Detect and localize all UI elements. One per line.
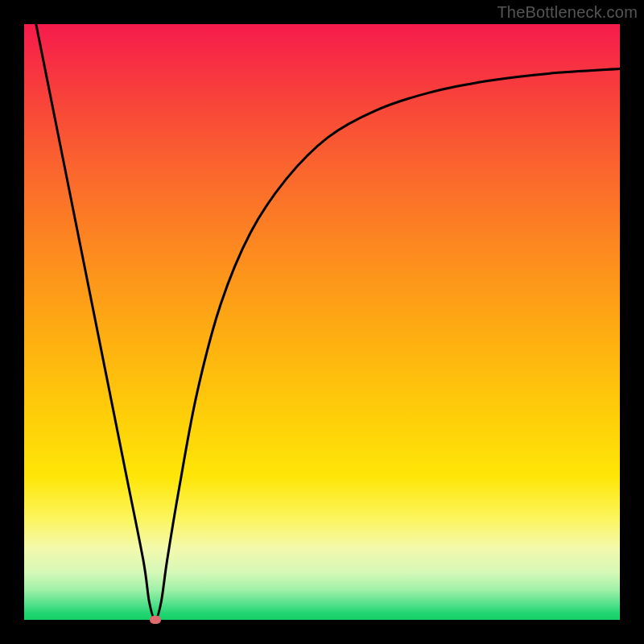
curve-path [36,24,620,620]
chart-frame: TheBottleneck.com [0,0,644,644]
watermark-text: TheBottleneck.com [497,3,638,22]
bottleneck-curve [24,24,620,620]
plot-area [24,24,620,620]
valley-marker [150,616,161,624]
